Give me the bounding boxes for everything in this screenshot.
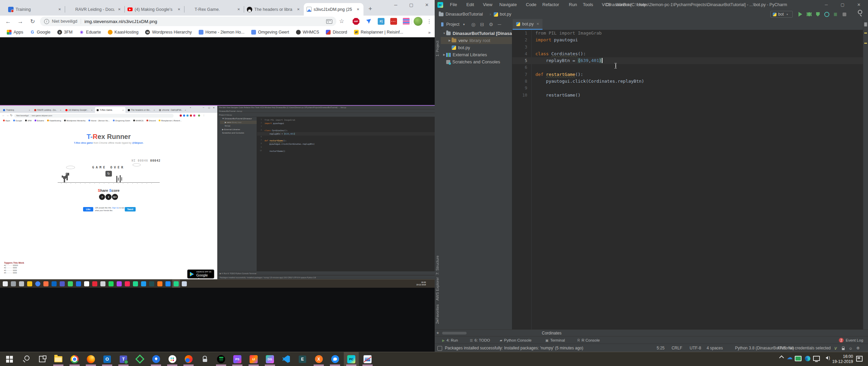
taskbar-phpstorm[interactable] — [230, 352, 245, 366]
taskbar-pin[interactable] — [149, 352, 163, 366]
bookmark-4[interactable]: ✳Eduarte — [79, 30, 101, 35]
collapse-all-icon[interactable]: ⊟ — [480, 22, 484, 27]
minimize-button[interactable]: ─ — [388, 0, 403, 10]
breadcrumb-class[interactable]: Cordinates — [542, 330, 561, 337]
minimize-button[interactable]: ─ — [818, 0, 834, 9]
bookmark-2[interactable]: GGoogle — [30, 30, 51, 35]
bookmark-11[interactable]: ⇄Reisplanner | Reisinf... — [354, 30, 403, 35]
line-ending[interactable]: CRLF — [672, 344, 682, 352]
tree-row-4[interactable]: ▶External Libraries — [441, 51, 512, 58]
tree-row-3[interactable]: bot.py — [441, 44, 512, 51]
taskbar-file-explorer[interactable] — [51, 352, 66, 366]
aws-credentials[interactable]: AWS: No credentials selected — [777, 344, 831, 352]
network-icon[interactable] — [813, 356, 820, 361]
menu-vcs[interactable]: VCS — [599, 0, 614, 9]
taskbar-opera[interactable] — [181, 352, 196, 366]
omnibox[interactable]: i Niet beveiligd img.stevensmax.nl/s3ivc… — [40, 17, 336, 26]
gear-icon[interactable]: ⚙ — [489, 22, 493, 27]
toolwindow-run[interactable]: ▶4: Run — [442, 337, 458, 344]
debug-button[interactable] — [805, 11, 813, 18]
taskbar-chrome[interactable] — [67, 352, 82, 366]
taskbar-messenger[interactable] — [328, 352, 342, 366]
coverage-button[interactable] — [814, 11, 822, 18]
tab-6[interactable]: s3ivcJ1xDM.png (25✕ — [304, 3, 363, 16]
tree-arrow-icon[interactable]: ▼ — [442, 32, 446, 35]
info-icon[interactable]: i — [44, 19, 49, 24]
plugin-v-icon[interactable]: V — [833, 346, 838, 351]
reload-icon[interactable]: ↻ — [28, 17, 37, 26]
stripe----structure[interactable]: 7: Structure — [435, 256, 439, 275]
event-log-button[interactable]: 2 Event Log — [839, 337, 863, 344]
taskbar-movies[interactable] — [360, 352, 375, 366]
adblock-extension-icon[interactable]: ABP — [353, 18, 359, 25]
taskbar-start[interactable] — [2, 352, 17, 366]
tray-chevron-icon[interactable] — [780, 355, 783, 359]
stop-button[interactable] — [840, 11, 848, 18]
menu-view[interactable]: View — [480, 0, 495, 9]
tab-1[interactable]: Training✕ — [5, 3, 65, 16]
code-line-6[interactable]: 6 — [512, 64, 863, 71]
action-center-icon[interactable] — [856, 356, 863, 362]
tab-close-icon[interactable]: ✕ — [236, 7, 241, 12]
code-line-4[interactable]: 4class Cordinates(): — [512, 50, 863, 57]
forward-icon[interactable]: → — [16, 17, 25, 26]
menu-window[interactable]: Window — [613, 0, 634, 9]
tab-close-icon[interactable]: ✕ — [296, 7, 301, 12]
bookmark-1[interactable]: Apps — [7, 30, 23, 35]
editor-tab-botpy[interactable]: bot.py ✕ — [513, 19, 542, 30]
taskbar-datagrip[interactable] — [262, 352, 277, 366]
search-everywhere-icon[interactable] — [855, 11, 863, 18]
menu-run[interactable]: Run — [566, 0, 580, 9]
code-line-9[interactable]: 9 — [512, 85, 863, 92]
code-line-2[interactable]: 2import pyautogui — [512, 37, 863, 43]
tab-close-icon[interactable]: ✕ — [117, 7, 122, 12]
toolwindow-r[interactable]: RR Console — [577, 337, 600, 344]
encoding[interactable]: UTF-8 — [690, 344, 701, 352]
stripe----favorites[interactable]: 2: Favorites — [435, 304, 439, 324]
locate-icon[interactable]: ◎ — [471, 22, 475, 27]
breadcrumb-file[interactable]: bot.py — [500, 9, 511, 19]
lock-icon[interactable] — [841, 346, 846, 351]
code-editor[interactable]: 1from PIL import ImageGrab2import pyauto… — [512, 30, 863, 329]
status-message[interactable]: Packages installed successfully: Install… — [445, 344, 583, 352]
toolwindow-toggle-icon[interactable] — [437, 346, 442, 351]
taskbar-search[interactable] — [18, 352, 33, 366]
hide-panel-icon[interactable]: ─ — [498, 22, 501, 27]
tree-arrow-icon[interactable]: ▶ — [448, 39, 452, 42]
send-extension-icon[interactable] — [365, 18, 372, 25]
code-line-3[interactable]: 3 — [512, 44, 863, 50]
tab-5[interactable]: The headers or libra✕ — [244, 3, 304, 16]
bookmark-9[interactable]: WHMCS — [296, 30, 319, 35]
browser-tray-icon[interactable] — [805, 356, 810, 361]
url-text[interactable]: img.stevensmax.nl/s3ivcJ1xDM.png — [84, 19, 323, 24]
tab-2[interactable]: RAVR Leiding - Docu✕ — [65, 3, 125, 16]
close-button[interactable]: ✕ — [419, 0, 435, 10]
tree-row-1[interactable]: ▼DinasaurBotTutorial [Dinasaur — [441, 30, 512, 37]
settings-gear-icon[interactable]: ⚙ — [855, 346, 861, 351]
tree-arrow-icon[interactable]: ▶ — [442, 53, 446, 56]
bookmark-3[interactable]: 33FM — [57, 30, 73, 35]
taskbar-spotify[interactable] — [214, 352, 229, 366]
taskbar-outlook[interactable]: O — [100, 352, 115, 366]
project-panel-arrow[interactable]: ▾ — [463, 19, 465, 30]
maximize-button[interactable]: ▢ — [835, 0, 850, 9]
taskbar-vscode[interactable] — [279, 352, 294, 366]
taskbar-sims[interactable] — [132, 352, 147, 366]
tree-row-5[interactable]: Scratches and Consoles — [441, 58, 512, 65]
code-line-7[interactable]: 7def restartGame(): — [512, 71, 863, 78]
bookmark-5[interactable]: KaasHosting — [108, 30, 139, 35]
taskbar-firefox[interactable] — [83, 352, 98, 366]
taskbar-intellij[interactable] — [246, 352, 261, 366]
toolwindow-todo[interactable]: ☰6: TODO — [470, 337, 490, 344]
hector-icon[interactable]: ☺ — [848, 346, 853, 351]
lastpass-extension-icon[interactable]: ··· — [390, 18, 397, 25]
database-tool-icon[interactable] — [864, 22, 867, 24]
font-extension-icon[interactable]: F| — [378, 18, 384, 25]
caret-position[interactable]: 5:25 — [657, 344, 665, 352]
chrome-menu-icon[interactable]: ⋮ — [426, 17, 433, 25]
menu-tools[interactable]: Tools — [580, 0, 596, 9]
bookmark-7[interactable]: Home - 2lemon Ho... — [199, 30, 244, 35]
close-button[interactable]: ✕ — [851, 0, 867, 9]
keyboard-icon[interactable] — [326, 19, 332, 24]
tab-close-icon[interactable]: ✕ — [536, 22, 539, 26]
